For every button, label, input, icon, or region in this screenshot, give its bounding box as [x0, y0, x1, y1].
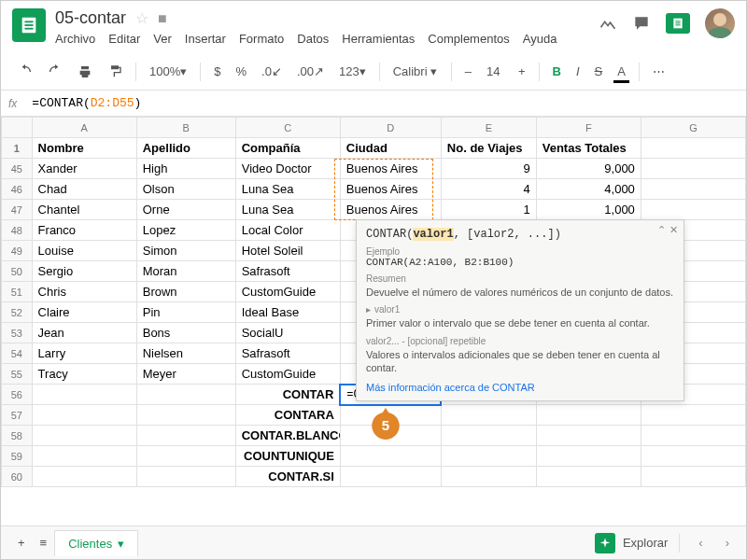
- cell[interactable]: Olson: [136, 179, 235, 200]
- menu-datos[interactable]: Datos: [297, 32, 329, 46]
- sheets-logo[interactable]: [12, 8, 46, 42]
- cell[interactable]: [136, 446, 235, 467]
- cell[interactable]: Chantel: [32, 200, 136, 220]
- cell[interactable]: Local Color: [235, 220, 340, 241]
- cell[interactable]: [641, 405, 745, 426]
- avatar[interactable]: [705, 8, 735, 38]
- cell[interactable]: [136, 467, 235, 487]
- cell[interactable]: Safrasoft: [235, 261, 340, 282]
- cell[interactable]: Hotel Soleil: [235, 241, 340, 261]
- cell[interactable]: [536, 405, 641, 426]
- cell[interactable]: Larry: [32, 343, 136, 364]
- cell[interactable]: Pin: [136, 302, 235, 323]
- cell[interactable]: [32, 426, 136, 446]
- cell[interactable]: [641, 426, 745, 446]
- cell[interactable]: 4,000: [536, 179, 641, 200]
- italic-button[interactable]: I: [571, 61, 585, 82]
- cell[interactable]: Sergio: [32, 261, 136, 282]
- activity-icon[interactable]: [599, 14, 617, 33]
- col-header[interactable]: F: [536, 118, 641, 138]
- star-icon[interactable]: ☆: [135, 9, 148, 27]
- row-header[interactable]: 60: [2, 467, 33, 487]
- dec-decrease-button[interactable]: .0↙: [256, 61, 288, 82]
- cell[interactable]: Nielsen: [136, 343, 235, 364]
- undo-button[interactable]: [12, 61, 38, 83]
- menu-herramientas[interactable]: Herramientas: [342, 32, 415, 46]
- row-header[interactable]: 47: [2, 200, 33, 220]
- explore-button[interactable]: Explorar: [623, 536, 668, 550]
- menu-editar[interactable]: Editar: [108, 32, 140, 46]
- cell[interactable]: Buenos Aires: [340, 200, 441, 220]
- tooltip-collapse-icon[interactable]: ⌃: [657, 224, 666, 236]
- row-header[interactable]: 55: [2, 364, 33, 385]
- col-header[interactable]: C: [235, 118, 340, 138]
- cell[interactable]: 9,000: [536, 159, 641, 179]
- cell[interactable]: [536, 467, 641, 487]
- cell[interactable]: Lopez: [136, 220, 235, 241]
- cell[interactable]: CONTAR.SI: [235, 467, 340, 487]
- cell[interactable]: CustomGuide: [235, 364, 340, 385]
- col-header[interactable]: B: [136, 118, 235, 138]
- row-header[interactable]: 57: [2, 405, 33, 426]
- formula-input[interactable]: =CONTAR(D2:D55): [32, 96, 141, 110]
- row-header[interactable]: 1: [2, 138, 33, 159]
- row-header[interactable]: 49: [2, 241, 33, 261]
- cell[interactable]: Brown: [136, 282, 235, 302]
- zoom-select[interactable]: 100% ▾: [144, 61, 192, 82]
- header-cell[interactable]: Nombre: [32, 138, 136, 159]
- menu-formato[interactable]: Formato: [239, 32, 284, 46]
- cell[interactable]: [641, 138, 745, 159]
- row-header[interactable]: 51: [2, 282, 33, 302]
- cell[interactable]: [136, 385, 235, 405]
- row-header[interactable]: 59: [2, 446, 33, 467]
- explore-icon[interactable]: [595, 533, 615, 553]
- menu-archivo[interactable]: Archivo: [55, 32, 95, 46]
- bold-button[interactable]: B: [547, 61, 567, 82]
- cell[interactable]: [441, 426, 536, 446]
- cell[interactable]: Xander: [32, 159, 136, 179]
- font-size-input[interactable]: 14: [481, 61, 509, 82]
- cell[interactable]: [340, 467, 441, 487]
- print-button[interactable]: [72, 61, 98, 83]
- cell[interactable]: [641, 159, 745, 179]
- folder-icon[interactable]: ■: [158, 10, 167, 27]
- cell[interactable]: Louise: [32, 241, 136, 261]
- header-cell[interactable]: Compañía: [235, 138, 340, 159]
- cell[interactable]: [641, 467, 745, 487]
- cell[interactable]: Buenos Aires: [340, 179, 441, 200]
- number-format-select[interactable]: 123 ▾: [333, 61, 372, 82]
- cell[interactable]: [32, 446, 136, 467]
- cell[interactable]: [136, 405, 235, 426]
- cell[interactable]: Luna Sea: [235, 179, 340, 200]
- strike-button[interactable]: S: [589, 61, 609, 82]
- header-cell[interactable]: Apellido: [136, 138, 235, 159]
- cell[interactable]: Moran: [136, 261, 235, 282]
- cell[interactable]: [340, 446, 441, 467]
- menu-ver[interactable]: Ver: [153, 32, 172, 46]
- cell[interactable]: High: [136, 159, 235, 179]
- redo-button[interactable]: [42, 61, 68, 83]
- cell[interactable]: SocialU: [235, 323, 340, 343]
- col-header[interactable]: E: [441, 118, 536, 138]
- cell[interactable]: CONTARA: [235, 405, 340, 426]
- cell[interactable]: Luna Sea: [235, 200, 340, 220]
- tooltip-more-link[interactable]: Más información acerca de CONTAR: [366, 382, 674, 393]
- cell[interactable]: Safrasoft: [235, 343, 340, 364]
- cell[interactable]: Tracy: [32, 364, 136, 385]
- tab-clientes[interactable]: Clientes▾: [54, 530, 138, 556]
- cell[interactable]: CONTAR: [235, 385, 340, 405]
- menu-complementos[interactable]: Complementos: [428, 32, 509, 46]
- header-cell[interactable]: Ventas Totales: [536, 138, 641, 159]
- doc-title[interactable]: 05-contar: [55, 8, 126, 28]
- cell[interactable]: 9: [441, 159, 536, 179]
- dec-increase-button[interactable]: .00↗: [291, 61, 330, 82]
- cell[interactable]: Simon: [136, 241, 235, 261]
- cell[interactable]: Ideal Base: [235, 302, 340, 323]
- cell[interactable]: [441, 467, 536, 487]
- cell[interactable]: [32, 385, 136, 405]
- col-header[interactable]: A: [32, 118, 136, 138]
- cell[interactable]: 4: [441, 179, 536, 200]
- col-header[interactable]: G: [641, 118, 745, 138]
- row-header[interactable]: 58: [2, 426, 33, 446]
- cell[interactable]: [641, 179, 745, 200]
